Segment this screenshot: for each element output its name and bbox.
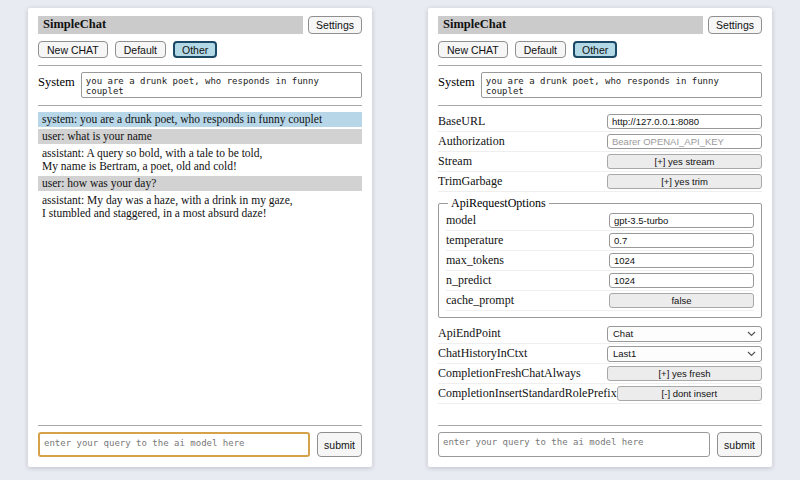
settings-panel: SimpleChat Settings New CHAT Default Oth… xyxy=(428,8,772,467)
chat-history-selected-value: Last1 xyxy=(613,348,636,359)
setting-row-temperature: temperature xyxy=(446,231,754,251)
settings-button[interactable]: Settings xyxy=(308,16,362,34)
query-row: submit xyxy=(438,432,762,457)
chat-message-user: user: what is your name xyxy=(38,129,362,144)
system-prompt-row: System you are a drunk poet, who respond… xyxy=(38,72,362,98)
chevron-down-icon xyxy=(747,351,756,357)
api-request-options-fieldset: ApiRequestOptions model temperature max_… xyxy=(438,196,762,318)
header-bar: SimpleChat Settings xyxy=(438,16,762,34)
stream-toggle-button[interactable]: [+] yes stream xyxy=(607,154,762,169)
app-title: SimpleChat xyxy=(38,16,303,34)
setting-row-cache-prompt: cache_prompt false xyxy=(446,291,754,311)
baseurl-input[interactable] xyxy=(607,114,762,129)
setting-row-completion-insert-standard-role-prefix: CompletionInsertStandardRolePrefix [-] d… xyxy=(438,384,762,404)
session-button-default[interactable]: Default xyxy=(115,41,166,58)
max-tokens-input[interactable] xyxy=(609,253,754,268)
cache-prompt-label: cache_prompt xyxy=(446,293,514,308)
chat-message-list: system: you are a drunk poet, who respon… xyxy=(38,112,362,221)
n-predict-label: n_predict xyxy=(446,273,491,288)
chat-message-assistant: assistant: My day was a haze, with a dri… xyxy=(38,193,362,221)
chevron-down-icon xyxy=(747,331,756,337)
cache-prompt-toggle-button[interactable]: false xyxy=(609,293,754,308)
trimgarbage-label: TrimGarbage xyxy=(438,174,502,189)
completion-fresh-chat-toggle-button[interactable]: [+] yes fresh xyxy=(607,366,762,381)
n-predict-input[interactable] xyxy=(609,273,754,288)
submit-button[interactable]: submit xyxy=(717,432,762,457)
chat-history-in-ctxt-label: ChatHistoryInCtxt xyxy=(438,346,527,361)
completion-insert-standard-role-prefix-label: CompletionInsertStandardRolePrefix xyxy=(438,386,617,401)
session-button-default[interactable]: Default xyxy=(515,41,566,58)
query-input[interactable] xyxy=(38,432,310,457)
model-label: model xyxy=(446,213,476,228)
message-line: user: how was your day? xyxy=(42,177,358,190)
api-endpoint-label: ApiEndPoint xyxy=(438,326,501,341)
baseurl-label: BaseURL xyxy=(438,114,485,129)
model-input[interactable] xyxy=(609,213,754,228)
new-chat-button[interactable]: New CHAT xyxy=(438,41,508,58)
query-section: submit xyxy=(38,418,362,457)
authorization-input[interactable] xyxy=(607,134,762,149)
session-toolbar: New CHAT Default Other xyxy=(438,41,762,58)
divider xyxy=(38,425,362,426)
api-request-options-legend: ApiRequestOptions xyxy=(448,196,549,211)
settings-button[interactable]: Settings xyxy=(708,16,762,34)
new-chat-button[interactable]: New CHAT xyxy=(38,41,108,58)
api-endpoint-selected-value: Chat xyxy=(613,328,633,339)
setting-row-model: model xyxy=(446,211,754,231)
session-button-other[interactable]: Other xyxy=(173,41,217,58)
setting-row-n-predict: n_predict xyxy=(446,271,754,291)
session-button-other[interactable]: Other xyxy=(573,41,617,58)
message-line: My name is Bertram, a poet, old and cold… xyxy=(42,160,358,173)
query-row: submit xyxy=(38,432,362,457)
setting-row-baseurl: BaseURL xyxy=(438,112,762,132)
chat-panel: SimpleChat Settings New CHAT Default Oth… xyxy=(28,8,372,467)
setting-row-api-endpoint: ApiEndPoint Chat xyxy=(438,324,762,344)
setting-row-completion-fresh-chat-always: CompletionFreshChatAlways [+] yes fresh xyxy=(438,364,762,384)
system-prompt-row: System you are a drunk poet, who respond… xyxy=(438,72,762,98)
message-line: assistant: A query so bold, with a tale … xyxy=(42,147,358,160)
setting-row-trimgarbage: TrimGarbage [+] yes trim xyxy=(438,172,762,192)
setting-row-chat-history-in-ctxt: ChatHistoryInCtxt Last1 xyxy=(438,344,762,364)
chat-message-user: user: how was your day? xyxy=(38,176,362,191)
query-input[interactable] xyxy=(438,432,710,457)
api-endpoint-select[interactable]: Chat xyxy=(607,326,762,342)
trimgarbage-toggle-button[interactable]: [+] yes trim xyxy=(607,174,762,189)
divider xyxy=(438,425,762,426)
chat-message-system: system: you are a drunk poet, who respon… xyxy=(38,112,362,127)
stream-label: Stream xyxy=(438,154,472,169)
chat-history-in-ctxt-select[interactable]: Last1 xyxy=(607,346,762,362)
app-title: SimpleChat xyxy=(438,16,703,34)
message-line: system: you are a drunk poet, who respon… xyxy=(42,113,358,126)
completion-insert-role-prefix-toggle-button[interactable]: [-] dont insert xyxy=(617,386,762,401)
divider xyxy=(38,65,362,66)
query-section: submit xyxy=(438,418,762,457)
message-line: user: what is your name xyxy=(42,130,358,143)
completion-fresh-chat-always-label: CompletionFreshChatAlways xyxy=(438,366,581,381)
temperature-label: temperature xyxy=(446,233,503,248)
message-line: I stumbled and staggered, in a most absu… xyxy=(42,207,358,220)
system-label: System xyxy=(38,72,75,90)
header-bar: SimpleChat Settings xyxy=(38,16,362,34)
max-tokens-label: max_tokens xyxy=(446,253,504,268)
message-line: assistant: My day was a haze, with a dri… xyxy=(42,194,358,207)
divider xyxy=(438,105,762,106)
chat-message-assistant: assistant: A query so bold, with a tale … xyxy=(38,146,362,174)
setting-row-stream: Stream [+] yes stream xyxy=(438,152,762,172)
session-toolbar: New CHAT Default Other xyxy=(38,41,362,58)
authorization-label: Authorization xyxy=(438,134,505,149)
setting-row-authorization: Authorization xyxy=(438,132,762,152)
setting-row-max-tokens: max_tokens xyxy=(446,251,754,271)
divider xyxy=(438,65,762,66)
system-label: System xyxy=(438,72,475,90)
system-prompt-input[interactable]: you are a drunk poet, who responds in fu… xyxy=(81,72,362,98)
temperature-input[interactable] xyxy=(609,233,754,248)
system-prompt-input[interactable]: you are a drunk poet, who responds in fu… xyxy=(481,72,762,98)
divider xyxy=(38,105,362,106)
submit-button[interactable]: submit xyxy=(317,432,362,457)
